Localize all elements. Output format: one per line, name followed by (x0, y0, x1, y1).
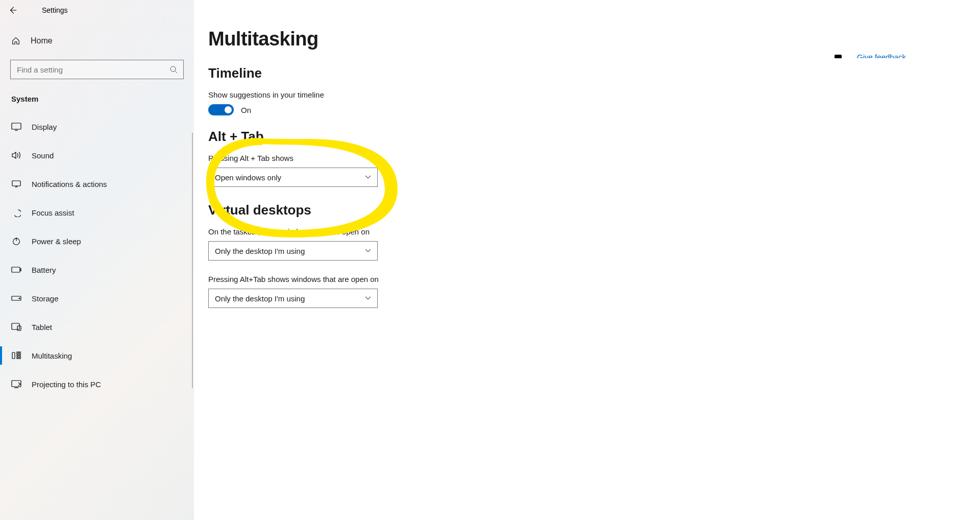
sidebar-item-storage[interactable]: Storage (0, 284, 194, 313)
vdesk-taskbar-label: On the taskbar, show windows that are op… (208, 227, 587, 236)
svg-rect-5 (20, 269, 21, 271)
svg-rect-6 (12, 296, 21, 300)
sound-icon (11, 151, 21, 159)
sidebar-item-label: Display (32, 123, 57, 131)
sidebar-item-power-sleep[interactable]: Power & sleep (0, 227, 194, 255)
storage-icon (11, 296, 21, 301)
sidebar-item-label: Battery (32, 266, 56, 274)
svg-rect-15 (19, 357, 21, 359)
sidebar-item-focus-assist[interactable]: Focus assist (0, 198, 194, 227)
main-content: Multitasking Timeline Show suggestions i… (194, 0, 980, 520)
feedback-label: Give feedback (857, 53, 906, 61)
svg-point-7 (19, 298, 20, 299)
sidebar-item-battery[interactable]: Battery (0, 255, 194, 284)
alttab-label: Pressing Alt + Tab shows (208, 154, 587, 162)
sidebar-item-label: Tablet (32, 323, 52, 332)
sidebar-item-label: Multitasking (32, 351, 72, 360)
svg-rect-4 (12, 267, 20, 272)
sidebar: Home System Display Sound (0, 0, 194, 520)
search-wrapper (10, 60, 184, 79)
sidebar-item-sound[interactable]: Sound (0, 141, 194, 170)
search-input[interactable] (10, 60, 184, 79)
alttab-combobox-value: Open windows only (215, 173, 281, 182)
sidebar-item-multitasking[interactable]: Multitasking (0, 341, 194, 370)
home-icon (11, 36, 20, 45)
svg-rect-10 (17, 352, 18, 353)
sidebar-item-tablet[interactable]: Tablet (0, 313, 194, 341)
power-icon (11, 237, 21, 246)
svg-rect-14 (17, 357, 18, 359)
timeline-toggle-state: On (241, 106, 251, 114)
chevron-down-icon (365, 249, 371, 253)
sidebar-item-label: Sound (32, 151, 54, 160)
svg-rect-11 (19, 352, 21, 353)
home-label: Home (31, 36, 53, 45)
sidebar-item-label: Power & sleep (32, 237, 81, 246)
vdesk-taskbar-combobox[interactable]: Only the desktop I'm using (208, 241, 378, 261)
battery-icon (11, 267, 21, 273)
sidebar-item-label: Notifications & actions (32, 180, 107, 188)
back-button[interactable] (0, 0, 26, 20)
sidebar-scrollbar[interactable] (192, 133, 193, 388)
section-alttab-heading: Alt + Tab (208, 129, 587, 145)
chevron-down-icon (365, 296, 371, 300)
sidebar-item-projecting[interactable]: Projecting to this PC (0, 370, 194, 398)
projecting-icon (11, 380, 21, 388)
sidebar-group-system: System (0, 88, 194, 112)
vdesk-taskbar-value: Only the desktop I'm using (215, 247, 305, 255)
toggle-thumb (225, 106, 232, 113)
multitasking-icon (11, 351, 21, 360)
sidebar-item-display[interactable]: Display (0, 112, 194, 141)
svg-rect-13 (19, 354, 21, 356)
display-icon (11, 123, 21, 131)
sidebar-item-label: Focus assist (32, 208, 74, 217)
page-title: Multitasking (208, 28, 587, 50)
tablet-icon (11, 323, 21, 331)
chevron-down-icon (365, 175, 371, 179)
notifications-icon (11, 180, 21, 188)
svg-rect-2 (12, 181, 20, 186)
sidebar-item-label: Projecting to this PC (32, 380, 101, 389)
svg-rect-8 (12, 323, 19, 329)
feedback-icon (835, 55, 842, 60)
vdesk-alttab-label: Pressing Alt+Tab shows windows that are … (208, 275, 587, 283)
sidebar-item-notifications[interactable]: Notifications & actions (0, 170, 194, 198)
timeline-toggle-row: On (208, 104, 587, 115)
window-title: Settings (26, 6, 68, 14)
section-timeline-heading: Timeline (208, 65, 587, 81)
timeline-toggle-label: Show suggestions in your timeline (208, 90, 587, 99)
svg-rect-1 (12, 123, 21, 129)
vdesk-alttab-value: Only the desktop I'm using (215, 294, 305, 303)
timeline-toggle[interactable] (208, 104, 234, 115)
home-button[interactable]: Home (0, 28, 194, 54)
sidebar-item-label: Storage (32, 294, 59, 303)
vdesk-alttab-combobox[interactable]: Only the desktop I'm using (208, 289, 378, 308)
give-feedback-link[interactable]: Give feedback (835, 53, 906, 61)
section-vdesk-heading: Virtual desktops (208, 202, 587, 218)
svg-rect-12 (17, 354, 18, 356)
focus-assist-icon (11, 208, 21, 217)
alttab-combobox[interactable]: Open windows only (208, 168, 378, 187)
